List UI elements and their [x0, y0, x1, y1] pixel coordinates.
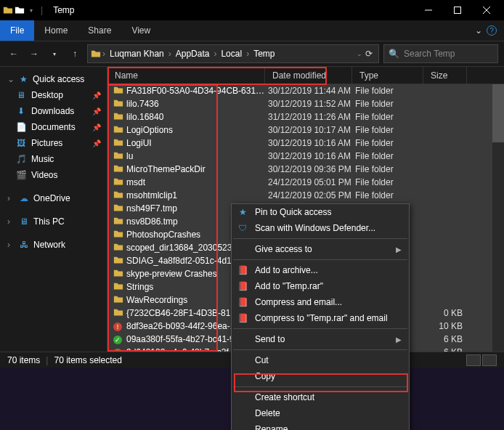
ctx-compress-email[interactable]: 📕 Compress and email... [232, 294, 409, 310]
ctx-cut[interactable]: Cut [232, 352, 409, 368]
column-type[interactable]: Type [352, 67, 423, 84]
file-name: lilo.16840 [126, 112, 268, 122]
back-button[interactable]: ← [6, 46, 22, 62]
scrollbar-thumb[interactable] [492, 84, 504, 142]
file-icon [113, 268, 123, 280]
search-placeholder: Search Temp [404, 49, 455, 59]
address-dropdown-icon[interactable]: ⌄ [357, 50, 362, 57]
table-row[interactable]: FA318F00-53A0-4D34-94CB-6317B36686...30/… [107, 84, 504, 97]
ctx-send-to[interactable]: Send to▶ [232, 331, 409, 347]
view-large-button[interactable] [482, 354, 497, 366]
file-size: 10 KB [426, 321, 470, 331]
forward-button[interactable]: → [26, 46, 42, 62]
ctx-compress-temp-email[interactable]: 📕 Compress to "Temp.rar" and email [232, 310, 409, 326]
file-icon [113, 137, 123, 150]
sidebar-network[interactable]: › 🖧 Network [0, 237, 107, 253]
item-icon: 🖼 [16, 138, 26, 148]
address-bar[interactable]: › Luqman Khan› AppData› Local› Temp ⌄ ⟳ [87, 44, 379, 63]
file-icon [113, 281, 123, 293]
ctx-add-archive[interactable]: 📕 Add to archive... [232, 262, 409, 278]
file-icon [113, 177, 123, 189]
sidebar-onedrive[interactable]: › ☁ OneDrive [0, 190, 107, 206]
table-row[interactable]: msohtmlclip124/12/2019 02:05 PMFile fold… [107, 189, 504, 202]
table-row[interactable]: LogiOptions30/12/2019 10:17 AMFile folde… [107, 123, 504, 137]
chevron-down-icon[interactable]: ⌄ [475, 25, 482, 36]
ctx-delete[interactable]: Delete [232, 405, 409, 421]
table-row[interactable]: MicroThemePackDir30/12/2019 09:36 PMFile… [107, 163, 504, 176]
tab-home[interactable]: Home [34, 20, 78, 41]
dropdown-icon[interactable]: ▾ [26, 5, 36, 15]
file-name: lu [126, 151, 268, 161]
item-icon: 🎵 [16, 154, 26, 164]
sidebar-item-downloads[interactable]: ⬇Downloads📌 [0, 103, 107, 119]
file-type: File folder [355, 99, 426, 109]
ctx-rename[interactable]: Rename [232, 421, 409, 430]
pin-icon: 📌 [92, 92, 101, 100]
network-icon: 🖧 [20, 240, 28, 250]
table-row[interactable]: lu30/12/2019 10:16 AMFile folder [107, 150, 504, 163]
pc-icon: 🖥 [20, 216, 28, 227]
ribbon: File Home Share View ⌄ ? [0, 20, 504, 41]
recent-button[interactable]: ▾ [46, 46, 62, 62]
breadcrumb[interactable]: AppData [173, 49, 213, 59]
tab-file[interactable]: File [0, 20, 34, 41]
file-icon [113, 98, 123, 110]
table-row[interactable]: lilo.743630/12/2019 11:52 AMFile folder [107, 97, 504, 110]
new-folder-icon[interactable] [15, 5, 25, 15]
column-date[interactable]: Date modified [265, 67, 352, 84]
ctx-scan-defender[interactable]: 🛡 Scan with Windows Defender... [232, 220, 409, 236]
sidebar-item-videos[interactable]: 🎬Videos [0, 167, 107, 183]
file-icon [113, 124, 123, 137]
pin-icon: ★ [236, 206, 249, 219]
column-size[interactable]: Size [423, 67, 467, 84]
table-row[interactable]: LogiUI30/12/2019 10:16 AMFile folder [107, 137, 504, 150]
view-details-button[interactable] [466, 354, 481, 366]
file-name: msdt [126, 177, 268, 187]
pin-icon: 📌 [92, 108, 101, 115]
sidebar-this-pc[interactable]: › 🖥 This PC [0, 214, 107, 230]
table-row[interactable]: msdt24/12/2019 05:01 PMFile folder [107, 176, 504, 189]
close-button[interactable] [472, 0, 501, 20]
sidebar-item-pictures[interactable]: 🖼Pictures📌 [0, 135, 107, 151]
file-date: 30/12/2019 11:52 AM [268, 99, 355, 109]
scrollbar[interactable] [492, 84, 504, 352]
table-row[interactable]: lilo.1684031/12/2019 11:26 AMFile folder [107, 110, 504, 123]
file-date: 30/12/2019 09:36 PM [268, 164, 355, 174]
tab-share[interactable]: Share [78, 20, 121, 41]
sidebar-item-desktop[interactable]: 🖥Desktop📌 [0, 87, 107, 103]
file-date: 30/12/2019 11:44 AM [268, 86, 355, 96]
file-icon [113, 294, 123, 307]
file-icon [113, 111, 123, 123]
pin-icon: 📌 [92, 139, 101, 147]
sidebar-item-documents[interactable]: 📄Documents📌 [0, 119, 107, 135]
item-icon: 🖥 [16, 90, 26, 100]
file-date: 24/12/2019 05:01 PM [268, 177, 355, 187]
help-icon[interactable]: ? [487, 25, 497, 36]
file-icon: ! [113, 321, 123, 331]
sidebar-item-music[interactable]: 🎵Music [0, 151, 107, 167]
tab-view[interactable]: View [121, 20, 160, 41]
ctx-give-access[interactable]: Give access to▶ [232, 241, 409, 257]
search-input[interactable]: 🔍 Search Temp [383, 44, 498, 63]
breadcrumb[interactable]: Local [218, 49, 245, 59]
chevron-right-icon: ▶ [396, 246, 402, 253]
breadcrumb[interactable]: Temp [251, 49, 277, 59]
ctx-pin-quick-access[interactable]: ★ Pin to Quick access [232, 204, 409, 220]
breadcrumb[interactable]: Luqman Khan [107, 49, 167, 59]
file-date: 30/12/2019 10:16 AM [268, 151, 355, 161]
sidebar-quick-access[interactable]: ⌄ ★ Quick access [0, 71, 107, 87]
file-date: 31/12/2019 11:26 AM [268, 112, 355, 122]
file-icon [113, 163, 123, 176]
ctx-add-temp-rar[interactable]: 📕 Add to "Temp.rar" [232, 278, 409, 294]
refresh-icon[interactable]: ⟳ [365, 49, 373, 59]
ctx-create-shortcut[interactable]: Create shortcut [232, 389, 409, 405]
up-button[interactable]: ↑ [67, 46, 83, 62]
maximize-button[interactable] [443, 0, 472, 20]
item-icon: 🎬 [16, 170, 26, 180]
item-icon: ⬇ [16, 106, 26, 116]
star-icon: ★ [20, 74, 28, 84]
minimize-button[interactable] [414, 0, 443, 20]
cloud-icon: ☁ [20, 193, 28, 203]
column-name[interactable]: Name [107, 67, 265, 84]
ctx-copy[interactable]: Copy [232, 368, 409, 384]
